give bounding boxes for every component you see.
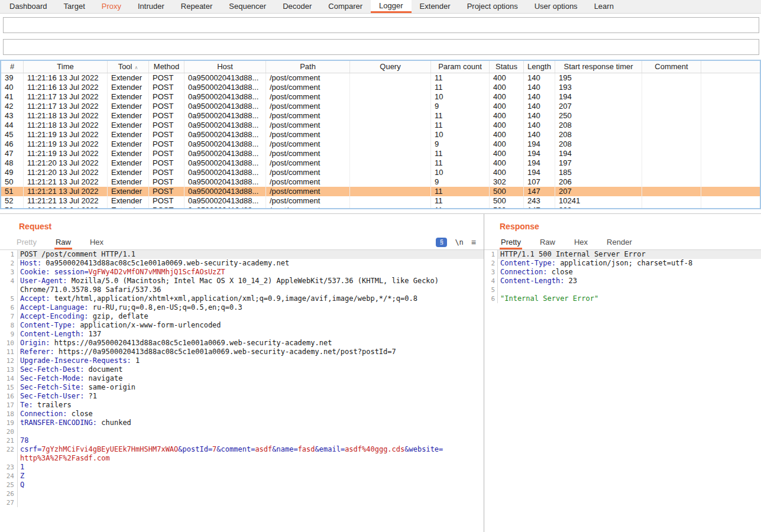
response-tab-render[interactable]: Render xyxy=(605,238,633,249)
cell: /post/comment xyxy=(266,130,350,140)
menu-item-comparer[interactable]: Comparer xyxy=(320,0,371,13)
line-number: 24 xyxy=(0,472,18,481)
editor-line: 1POST /post/comment HTTP/1.1 xyxy=(0,250,484,259)
cell: POST xyxy=(149,130,184,140)
request-tab-pretty[interactable]: Pretty xyxy=(15,238,38,249)
column-header-start-response-timer[interactable]: Start response timer xyxy=(555,61,642,73)
menu-item-proxy[interactable]: Proxy xyxy=(93,0,129,13)
line-content: Host: 0a9500020413d88ac08c5c1e001a0069.w… xyxy=(18,259,484,268)
table-row[interactable]: 5111:21:21 13 Jul 2022ExtenderPOST0a9500… xyxy=(1,187,760,196)
request-tabbar: PrettyRawHex § \n ≡ xyxy=(0,236,484,249)
cell: 11:21:18 13 Jul 2022 xyxy=(24,121,108,130)
table-row[interactable]: 4411:21:18 13 Jul 2022ExtenderPOST0a9500… xyxy=(1,121,760,130)
cell: 43 xyxy=(1,111,24,121)
line-number: 13 xyxy=(0,365,18,374)
cell xyxy=(350,121,431,130)
column-header-host[interactable]: Host xyxy=(184,61,266,73)
nonprintable-toggle-icon[interactable]: \n xyxy=(455,238,463,246)
response-tab-hex[interactable]: Hex xyxy=(573,238,589,249)
table-row[interactable]: 3911:21:16 13 Jul 2022ExtenderPOST0a9500… xyxy=(1,73,760,83)
cell: POST xyxy=(149,206,184,208)
menu-item-user-options[interactable]: User options xyxy=(526,0,586,13)
cell: 0a9500020413d88... xyxy=(184,130,266,140)
line-content: Sec-Fetch-Dest: document xyxy=(18,365,484,374)
menu-item-dashboard[interactable]: Dashboard xyxy=(1,0,56,13)
line-content: http%3A%2F%2Fasdf.com xyxy=(18,454,484,463)
line-content: POST /post/comment HTTP/1.1 xyxy=(18,250,484,259)
table-row[interactable]: 4111:21:17 13 Jul 2022ExtenderPOST0a9500… xyxy=(1,92,760,102)
response-editor[interactable]: 1HTTP/1.1 500 Internal Server Error2Cont… xyxy=(484,249,761,532)
column-header-method[interactable]: Method xyxy=(149,61,184,73)
line-content xyxy=(18,498,484,507)
table-row[interactable]: 4811:21:20 13 Jul 2022ExtenderPOST0a9500… xyxy=(1,158,760,168)
table-row[interactable]: 4511:21:19 13 Jul 2022ExtenderPOST0a9500… xyxy=(1,130,760,140)
cell: 11 xyxy=(431,73,490,83)
table-row[interactable]: 5211:21:21 13 Jul 2022ExtenderPOST0a9500… xyxy=(1,196,760,206)
response-tab-pretty[interactable]: Pretty xyxy=(500,238,522,249)
column-header--[interactable]: # xyxy=(1,61,24,73)
line-number: 5 xyxy=(0,294,18,303)
capture-filter-bar[interactable]: Capture filter: Logger memory limit set … xyxy=(3,17,759,33)
menu-item-repeater[interactable]: Repeater xyxy=(173,0,221,13)
response-panel: Response PrettyRawHexRender 1HTTP/1.1 50… xyxy=(484,214,761,532)
request-tab-raw[interactable]: Raw xyxy=(54,238,72,249)
cell: 194 xyxy=(524,168,555,177)
cell: Extender xyxy=(108,187,149,196)
cell xyxy=(642,158,701,168)
column-header-tool[interactable]: Tool∧ xyxy=(108,61,149,73)
table-row[interactable]: 5311:21:22 13 Jul 2022ExtenderPOST0a9500… xyxy=(1,206,760,208)
cell: 0a9500020413d88... xyxy=(184,187,266,196)
cell: Extender xyxy=(108,83,149,92)
menu-item-target[interactable]: Target xyxy=(56,0,93,13)
message-editor-area: Request PrettyRawHex § \n ≡ 1POST /post/… xyxy=(0,213,761,532)
cell: 140 xyxy=(524,130,555,140)
cell: /post/comment xyxy=(266,121,350,130)
editor-line: 19tRANSFER-ENCODING: chunked xyxy=(0,419,484,427)
line-number: 3 xyxy=(0,268,18,277)
menu-item-extender[interactable]: Extender xyxy=(412,0,459,13)
table-row[interactable]: 4211:21:17 13 Jul 2022ExtenderPOST0a9500… xyxy=(1,102,760,111)
editor-menu-icon[interactable]: ≡ xyxy=(471,238,475,247)
table-row[interactable]: 4711:21:19 13 Jul 2022ExtenderPOST0a9500… xyxy=(1,149,760,158)
table-row[interactable]: 5011:21:21 13 Jul 2022ExtenderPOST0a9500… xyxy=(1,177,760,187)
format-icon[interactable]: § xyxy=(436,238,447,247)
editor-line: 3Connection: close xyxy=(484,268,761,277)
menu-item-intruder[interactable]: Intruder xyxy=(129,0,173,13)
table-row[interactable]: 4011:21:16 13 Jul 2022ExtenderPOST0a9500… xyxy=(1,83,760,92)
sort-asc-icon: ∧ xyxy=(135,65,138,70)
line-content: Accept: text/html,application/xhtml+xml,… xyxy=(18,294,484,303)
table-row[interactable]: 4611:21:19 13 Jul 2022ExtenderPOST0a9500… xyxy=(1,140,760,149)
table-body[interactable]: 3911:21:16 13 Jul 2022ExtenderPOST0a9500… xyxy=(1,73,760,208)
request-tab-hex[interactable]: Hex xyxy=(89,238,105,249)
view-filter-bar[interactable]: View filter: Showing all items xyxy=(3,39,759,55)
line-content: Chrome/71.0.3578.98 Safari/537.36 xyxy=(18,286,484,294)
cell xyxy=(350,158,431,168)
menu-item-sequencer[interactable]: Sequencer xyxy=(221,0,274,13)
column-header-time[interactable]: Time xyxy=(24,61,108,73)
menu-item-logger[interactable]: Logger xyxy=(371,0,411,13)
cell: 195 xyxy=(555,73,642,83)
menu-item-learn[interactable]: Learn xyxy=(586,0,622,13)
response-tab-raw[interactable]: Raw xyxy=(539,238,556,249)
column-header-path[interactable]: Path xyxy=(266,61,350,73)
cell xyxy=(642,92,701,102)
column-header-status[interactable]: Status xyxy=(490,61,524,73)
cell xyxy=(350,196,431,206)
table-row[interactable]: 4311:21:18 13 Jul 2022ExtenderPOST0a9500… xyxy=(1,111,760,121)
cell xyxy=(642,149,701,158)
column-header-param-count[interactable]: Param count xyxy=(431,61,490,73)
column-header-comment[interactable]: Comment xyxy=(642,61,701,73)
cell: 223 xyxy=(555,206,642,208)
column-header-length[interactable]: Length xyxy=(524,61,555,73)
column-header-query[interactable]: Query xyxy=(350,61,431,73)
editor-line: 25Q xyxy=(0,481,484,489)
cell: Extender xyxy=(108,206,149,208)
menu-item-project-options[interactable]: Project options xyxy=(459,0,526,13)
table-row[interactable]: 4911:21:20 13 Jul 2022ExtenderPOST0a9500… xyxy=(1,168,760,177)
line-number: 9 xyxy=(0,330,18,339)
cell xyxy=(350,92,431,102)
cell xyxy=(350,206,431,208)
menu-item-decoder[interactable]: Decoder xyxy=(274,0,320,13)
request-editor[interactable]: 1POST /post/comment HTTP/1.12Host: 0a950… xyxy=(0,249,484,532)
cell: 10 xyxy=(431,168,490,177)
